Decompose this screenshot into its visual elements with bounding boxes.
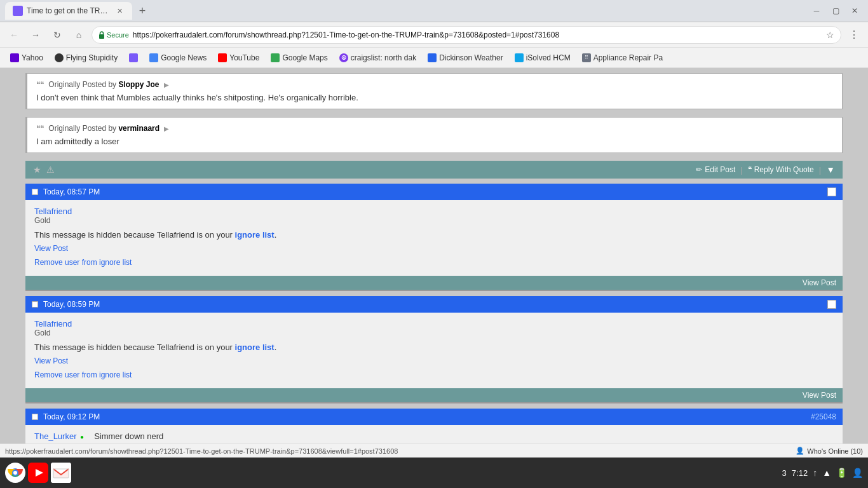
- whos-online[interactable]: 👤 Who's Online (10): [796, 447, 863, 455]
- tab-favicon: [13, 6, 23, 16]
- post-number-3: #25048: [811, 412, 836, 421]
- maximize-button[interactable]: ▢: [827, 3, 844, 19]
- bookmark-google-news[interactable]: Google News: [144, 51, 212, 65]
- whos-online-label: Who's Online (10): [807, 447, 863, 455]
- bookmark-dickinson[interactable]: Dickinson Weather: [423, 51, 508, 65]
- minimize-button[interactable]: ─: [808, 3, 825, 19]
- warning-button[interactable]: ⚠: [46, 165, 55, 175]
- view-post-link-2[interactable]: View Post: [34, 355, 834, 369]
- post-user-info-3: The_Lurker ●: [34, 431, 84, 441]
- footer-view-post-2[interactable]: View Post: [803, 391, 836, 400]
- forum-wrapper: ❝❝ Originally Posted by Sloppy Joe ▶ I d…: [0, 68, 868, 444]
- taskbar-wifi-icon: ▲: [822, 468, 831, 478]
- close-window-button[interactable]: ✕: [846, 3, 863, 19]
- taskbar-time: 7:12: [792, 468, 808, 478]
- bookmark-yahoo-label: Yahoo: [22, 53, 43, 62]
- view-post-link-1[interactable]: View Post: [34, 242, 834, 256]
- bookmark-isolved-label: iSolved HCM: [526, 53, 571, 62]
- url-display: https://pokerfraudalert.com/forum/showth…: [133, 30, 822, 39]
- bookmark-craigslist[interactable]: ☮ craigslist: north dak: [334, 51, 421, 65]
- bookmark-youtube-label: YouTube: [229, 53, 259, 62]
- google-news-favicon: [149, 53, 158, 62]
- post-username-1[interactable]: Tellafriend: [34, 207, 72, 216]
- status-right: 👤 Who's Online (10): [796, 447, 863, 455]
- bookmark-tapatalk[interactable]: [124, 51, 143, 65]
- new-tab-button[interactable]: +: [133, 2, 151, 20]
- edit-icon: ✏: [696, 165, 702, 174]
- post-header-1: Today, 08:57 PM: [25, 184, 843, 200]
- title-bar: Time to get on the TRU... ✕ + ─ ▢ ✕: [0, 0, 868, 22]
- browser-menu-button[interactable]: ⋮: [845, 26, 863, 44]
- star-bookmark-button[interactable]: ☆: [826, 30, 834, 40]
- hidden-message-2: This message is hidden because Tellafrie…: [34, 342, 834, 352]
- bookmark-appliance[interactable]: ⠿ Appliance Repair Pa: [577, 51, 668, 65]
- taskbar-battery: 3: [782, 468, 787, 478]
- remove-user-link-1[interactable]: Remove user from ignore list: [34, 256, 834, 270]
- post-username-2[interactable]: Tellafriend: [34, 319, 72, 329]
- post-time-3: Today, 09:12 PM: [43, 412, 811, 421]
- reload-button[interactable]: ↻: [48, 26, 66, 44]
- tab-close-button[interactable]: ✕: [114, 6, 125, 16]
- taskbar-youtube-icon[interactable]: [28, 463, 48, 483]
- footer-view-post-1[interactable]: View Post: [803, 278, 836, 287]
- post-body-2: Tellafriend Gold This message is hidden …: [25, 313, 843, 388]
- tapatalk-favicon: [129, 53, 138, 62]
- quote-text-2: I am admittedly a loser: [36, 137, 833, 146]
- taskbar-gmail-icon[interactable]: [51, 463, 71, 483]
- remove-user-link-2[interactable]: Remove user from ignore list: [34, 369, 834, 383]
- dickinson-favicon: [428, 53, 437, 62]
- browser-tab[interactable]: Time to get on the TRU... ✕: [5, 2, 132, 20]
- isolved-favicon: [515, 53, 524, 62]
- post-username-3[interactable]: The_Lurker: [34, 431, 76, 441]
- quote-author-1: Sloppy Joe: [118, 80, 159, 89]
- quote-attribution-2: Originally Posted by: [48, 124, 118, 133]
- post-block-3: Today, 09:12 PM #25048 The_Lurker ● Simm…: [25, 409, 843, 444]
- post-checkbox-1[interactable]: [827, 187, 836, 196]
- home-button[interactable]: ⌂: [70, 26, 88, 44]
- post-block-2: Today, 08:59 PM Tellafriend Gold This me…: [25, 296, 843, 403]
- whos-online-icon: 👤: [796, 447, 804, 455]
- bookmark-appliance-label: Appliance Repair Pa: [593, 53, 663, 62]
- edit-post-button[interactable]: ✏ Edit Post: [696, 165, 735, 174]
- bookmark-yahoo[interactable]: Yahoo: [5, 51, 48, 65]
- reply-with-quote-button[interactable]: ❝ Reply With Quote: [748, 165, 814, 174]
- back-button[interactable]: ←: [5, 26, 23, 44]
- bookmark-isolved[interactable]: iSolved HCM: [510, 51, 576, 65]
- taskbar: 3 7:12 ↑ ▲ 🔋 👤: [0, 458, 868, 488]
- svg-point-4: [13, 471, 17, 475]
- taskbar-right: 3 7:12 ↑ ▲ 🔋 👤: [782, 468, 863, 478]
- post-checkbox-2[interactable]: [827, 300, 836, 309]
- taskbar-chrome-icon[interactable]: [5, 463, 25, 483]
- reply-icon: ❝: [748, 165, 752, 174]
- bookmark-google-maps[interactable]: Google Maps: [266, 51, 332, 65]
- appliance-favicon: ⠿: [582, 53, 591, 62]
- status-bar: https://pokerfraudalert.com/forum/showth…: [0, 444, 868, 458]
- craigslist-favicon: ☮: [339, 53, 348, 62]
- post-time-2: Today, 08:59 PM: [43, 300, 827, 309]
- quote-view-icon-2: ▶: [164, 125, 169, 132]
- post-header-3: Today, 09:12 PM #25048: [25, 409, 843, 425]
- more-options-button[interactable]: ▼: [826, 165, 835, 175]
- action-divider-1: |: [740, 165, 742, 175]
- star-button[interactable]: ★: [33, 165, 41, 175]
- tab-title: Time to get on the TRU...: [27, 6, 111, 15]
- ignore-list-link-1[interactable]: ignore list: [235, 230, 275, 240]
- window-controls: ─ ▢ ✕: [808, 3, 863, 19]
- quote-attribution-1: Originally Posted by: [48, 80, 118, 89]
- flying-stupidity-favicon: [55, 53, 64, 62]
- taskbar-battery-icon: 🔋: [836, 468, 847, 478]
- action-bar: ★ ⚠ ✏ Edit Post | ❝ Reply With Quote | ▼: [25, 161, 843, 179]
- bookmark-flying-stupidity[interactable]: Flying Stupidity: [50, 51, 123, 65]
- ignore-list-link-2[interactable]: ignore list: [235, 342, 275, 352]
- post-body-3: The_Lurker ● Simmer down nerd: [25, 425, 843, 444]
- post-rank-1: Gold: [34, 216, 834, 225]
- address-bar[interactable]: Secure https://pokerfraudalert.com/forum…: [92, 26, 841, 44]
- hidden-message-1: This message is hidden because Tellafrie…: [34, 230, 834, 240]
- quote-icon-2: ❝❝: [36, 124, 44, 133]
- forward-button[interactable]: →: [27, 26, 44, 44]
- post-header-2: Today, 08:59 PM: [25, 296, 843, 313]
- post-body-1: Tellafriend Gold This message is hidden …: [25, 200, 843, 276]
- secure-indicator: Secure: [98, 31, 129, 39]
- browser-toolbar: ← → ↻ ⌂ Secure https://pokerfraudalert.c…: [0, 22, 868, 48]
- bookmark-youtube[interactable]: YouTube: [213, 51, 264, 65]
